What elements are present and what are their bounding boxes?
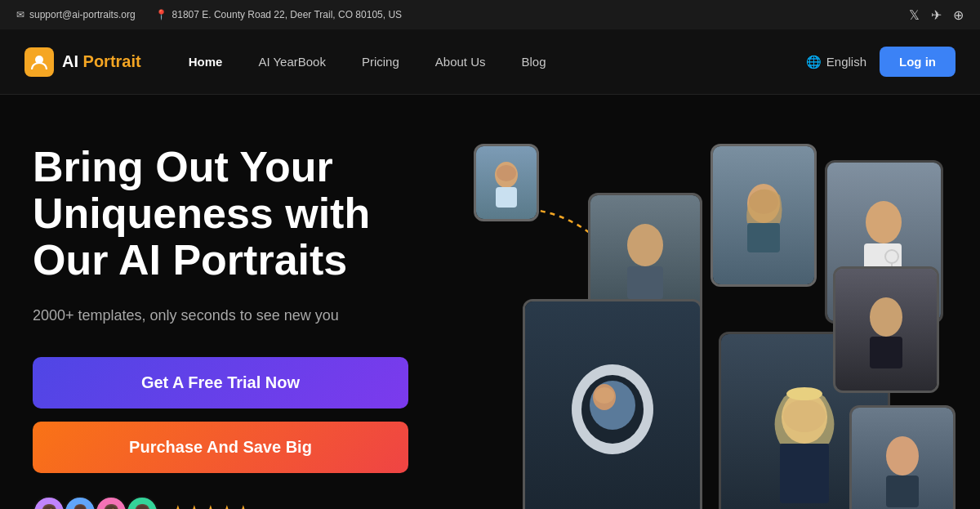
- social-proof: 👩 👨 👩 👦 ★★★★★: [33, 496, 457, 509]
- hero-title: Bring Out Your Uniqueness with Our AI Po…: [33, 144, 457, 284]
- nav-links: Home AI YearBook Pricing About Us Blog: [174, 48, 806, 75]
- photo-card-4: [523, 299, 702, 509]
- email-info: ✉ support@ai-portraits.org: [16, 9, 136, 20]
- navbar: AI Portrait Home AI YearBook Pricing Abo…: [0, 29, 980, 95]
- svg-point-10: [866, 201, 902, 243]
- email-icon: ✉: [16, 9, 24, 20]
- photo-card-6: [833, 266, 939, 393]
- topbar-social: 𝕏 ✈ ⊕: [909, 7, 964, 23]
- address-text: 81807 E. County Road 22, Deer Trail, CO …: [172, 9, 403, 20]
- hero-subtitle: 2000+ templates, only seconds to see new…: [33, 307, 457, 324]
- language-selector[interactable]: 🌐 English: [806, 55, 866, 69]
- nav-yearbook[interactable]: AI YearBook: [243, 48, 341, 75]
- nav-about[interactable]: About Us: [421, 48, 501, 75]
- star-rating: ★★★★★: [170, 502, 252, 509]
- nav-blog[interactable]: Blog: [507, 48, 561, 75]
- svg-point-18: [595, 387, 614, 404]
- svg-point-3: [497, 165, 516, 181]
- twitter-icon[interactable]: 𝕏: [909, 7, 920, 23]
- topbar-contact: ✉ support@ai-portraits.org 📍 81807 E. Co…: [16, 9, 402, 20]
- logo-icon: [24, 47, 54, 77]
- email-text: support@ai-portraits.org: [29, 9, 136, 20]
- location-icon: 📍: [155, 9, 167, 20]
- hero-section: Bring Out Your Uniqueness with Our AI Po…: [0, 95, 980, 509]
- svg-rect-9: [627, 266, 663, 299]
- nav-pricing[interactable]: Pricing: [347, 48, 414, 75]
- svg-point-8: [627, 224, 663, 266]
- svg-rect-21: [780, 444, 829, 503]
- telegram-icon[interactable]: ✈: [931, 7, 942, 23]
- svg-rect-4: [496, 187, 517, 208]
- nav-home[interactable]: Home: [174, 48, 238, 75]
- logo-text: AI Portrait: [62, 52, 141, 71]
- avatar-4: 👦: [126, 496, 158, 509]
- photo-collage: [457, 136, 947, 509]
- hero-content: Bring Out Your Uniqueness with Our AI Po…: [33, 136, 457, 509]
- svg-rect-24: [870, 337, 902, 368]
- svg-point-25: [886, 436, 919, 476]
- avatar-3: 👩: [95, 496, 127, 509]
- svg-point-23: [870, 297, 902, 337]
- photo-card-original: [474, 144, 539, 221]
- svg-rect-26: [886, 476, 919, 507]
- photo-card-7: [849, 405, 956, 509]
- login-button[interactable]: Log in: [880, 47, 956, 77]
- svg-rect-7: [747, 223, 780, 252]
- globe-icon: 🌐: [806, 55, 822, 69]
- address-info: 📍 81807 E. County Road 22, Deer Trail, C…: [155, 9, 403, 20]
- svg-point-22: [786, 387, 822, 400]
- lang-label: English: [826, 55, 866, 69]
- avatar-1: 👩: [33, 496, 65, 509]
- photo-card-1: [710, 144, 817, 287]
- discord-icon[interactable]: ⊕: [953, 7, 964, 23]
- topbar: ✉ support@ai-portraits.org 📍 81807 E. Co…: [0, 0, 980, 29]
- purchase-button[interactable]: Purchase And Save Big: [33, 422, 408, 473]
- avatar-2: 👨: [64, 496, 96, 509]
- logo[interactable]: AI Portrait: [24, 47, 141, 77]
- trial-button[interactable]: Get A Free Trial Now: [33, 357, 408, 409]
- nav-right: 🌐 English Log in: [806, 47, 956, 77]
